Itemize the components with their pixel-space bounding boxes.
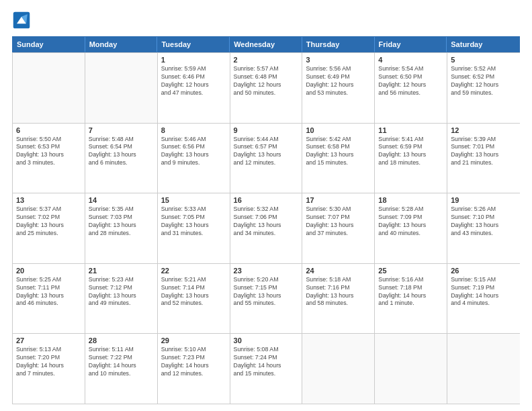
cell-info: Sunrise: 5:44 AM Sunset: 6:57 PM Dayligh… xyxy=(234,136,299,168)
cell-info: Sunrise: 5:21 AM Sunset: 7:14 PM Dayligh… xyxy=(161,276,226,308)
calendar-cell-20: 20Sunrise: 5:25 AM Sunset: 7:11 PM Dayli… xyxy=(13,264,85,334)
calendar-cell-16: 16Sunrise: 5:32 AM Sunset: 7:06 PM Dayli… xyxy=(230,193,303,263)
cell-info: Sunrise: 5:42 AM Sunset: 6:58 PM Dayligh… xyxy=(306,136,371,168)
logo xyxy=(12,11,34,30)
calendar-cell-28: 28Sunrise: 5:11 AM Sunset: 7:22 PM Dayli… xyxy=(85,334,158,404)
cell-info: Sunrise: 5:30 AM Sunset: 7:07 PM Dayligh… xyxy=(306,205,371,238)
calendar-row-0: 1Sunrise: 5:59 AM Sunset: 6:46 PM Daylig… xyxy=(13,52,520,123)
cell-info: Sunrise: 5:56 AM Sunset: 6:49 PM Dayligh… xyxy=(306,65,371,97)
calendar-cell-27: 27Sunrise: 5:13 AM Sunset: 7:20 PM Dayli… xyxy=(13,334,85,404)
calendar-cell-empty-4-5 xyxy=(375,334,447,404)
calendar-cell-23: 23Sunrise: 5:20 AM Sunset: 7:15 PM Dayli… xyxy=(230,264,303,334)
calendar-body: 1Sunrise: 5:59 AM Sunset: 6:46 PM Daylig… xyxy=(12,52,520,404)
cell-day-number: 14 xyxy=(89,196,154,204)
cell-day-number: 26 xyxy=(451,267,517,275)
calendar-cell-5: 5Sunrise: 5:52 AM Sunset: 6:52 PM Daylig… xyxy=(447,53,520,123)
cell-day-number: 8 xyxy=(161,126,226,134)
cell-day-number: 22 xyxy=(161,267,226,275)
calendar-cell-13: 13Sunrise: 5:37 AM Sunset: 7:02 PM Dayli… xyxy=(13,193,85,263)
cell-info: Sunrise: 5:28 AM Sunset: 7:09 PM Dayligh… xyxy=(378,205,443,238)
calendar-row-3: 20Sunrise: 5:25 AM Sunset: 7:11 PM Dayli… xyxy=(13,263,520,334)
calendar-cell-26: 26Sunrise: 5:15 AM Sunset: 7:19 PM Dayli… xyxy=(447,264,520,334)
weekday-header-friday: Friday xyxy=(375,37,447,52)
weekday-header-sunday: Sunday xyxy=(13,37,85,52)
calendar-cell-25: 25Sunrise: 5:16 AM Sunset: 7:18 PM Dayli… xyxy=(375,264,447,334)
weekday-header-wednesday: Wednesday xyxy=(230,37,302,52)
cell-day-number: 12 xyxy=(451,126,517,134)
cell-info: Sunrise: 5:18 AM Sunset: 7:16 PM Dayligh… xyxy=(306,276,371,308)
weekday-header-saturday: Saturday xyxy=(447,37,519,52)
cell-info: Sunrise: 5:15 AM Sunset: 7:19 PM Dayligh… xyxy=(451,276,517,308)
calendar-cell-empty-0-0 xyxy=(13,53,85,123)
calendar-cell-4: 4Sunrise: 5:54 AM Sunset: 6:50 PM Daylig… xyxy=(375,53,447,123)
cell-info: Sunrise: 5:23 AM Sunset: 7:12 PM Dayligh… xyxy=(89,276,154,308)
cell-info: Sunrise: 5:16 AM Sunset: 7:18 PM Dayligh… xyxy=(378,276,443,308)
calendar-cell-14: 14Sunrise: 5:35 AM Sunset: 7:03 PM Dayli… xyxy=(85,193,158,263)
calendar-cell-19: 19Sunrise: 5:26 AM Sunset: 7:10 PM Dayli… xyxy=(447,193,520,263)
weekday-header-thursday: Thursday xyxy=(302,37,375,52)
calendar-cell-7: 7Sunrise: 5:48 AM Sunset: 6:54 PM Daylig… xyxy=(85,124,158,193)
cell-day-number: 6 xyxy=(16,126,81,134)
logo-icon xyxy=(12,11,31,30)
cell-day-number: 4 xyxy=(378,56,443,64)
calendar-row-2: 13Sunrise: 5:37 AM Sunset: 7:02 PM Dayli… xyxy=(13,193,520,263)
calendar-cell-10: 10Sunrise: 5:42 AM Sunset: 6:58 PM Dayli… xyxy=(302,124,375,193)
cell-day-number: 20 xyxy=(16,267,81,275)
cell-day-number: 11 xyxy=(378,126,443,134)
cell-info: Sunrise: 5:48 AM Sunset: 6:54 PM Dayligh… xyxy=(89,136,154,168)
cell-info: Sunrise: 5:08 AM Sunset: 7:24 PM Dayligh… xyxy=(234,346,299,378)
cell-info: Sunrise: 5:52 AM Sunset: 6:52 PM Dayligh… xyxy=(451,65,517,97)
calendar-cell-9: 9Sunrise: 5:44 AM Sunset: 6:57 PM Daylig… xyxy=(230,124,303,193)
calendar-cell-1: 1Sunrise: 5:59 AM Sunset: 6:46 PM Daylig… xyxy=(158,53,230,123)
calendar-row-1: 6Sunrise: 5:50 AM Sunset: 6:53 PM Daylig… xyxy=(13,123,520,193)
cell-info: Sunrise: 5:41 AM Sunset: 6:59 PM Dayligh… xyxy=(378,136,443,168)
calendar-cell-30: 30Sunrise: 5:08 AM Sunset: 7:24 PM Dayli… xyxy=(230,334,303,404)
cell-day-number: 29 xyxy=(161,336,226,345)
calendar-cell-6: 6Sunrise: 5:50 AM Sunset: 6:53 PM Daylig… xyxy=(13,124,85,193)
cell-info: Sunrise: 5:50 AM Sunset: 6:53 PM Dayligh… xyxy=(16,136,81,168)
calendar-cell-empty-0-1 xyxy=(85,53,158,123)
cell-info: Sunrise: 5:46 AM Sunset: 6:56 PM Dayligh… xyxy=(161,136,226,168)
cell-day-number: 25 xyxy=(378,267,443,275)
calendar-cell-22: 22Sunrise: 5:21 AM Sunset: 7:14 PM Dayli… xyxy=(158,264,230,334)
calendar-row-4: 27Sunrise: 5:13 AM Sunset: 7:20 PM Dayli… xyxy=(13,333,520,404)
page: SundayMondayTuesdayWednesdayThursdayFrid… xyxy=(0,0,532,411)
calendar: SundayMondayTuesdayWednesdayThursdayFrid… xyxy=(12,36,520,404)
calendar-cell-empty-4-6 xyxy=(447,334,520,404)
weekday-header-tuesday: Tuesday xyxy=(157,37,230,52)
cell-day-number: 9 xyxy=(234,126,299,134)
calendar-cell-8: 8Sunrise: 5:46 AM Sunset: 6:56 PM Daylig… xyxy=(158,124,230,193)
cell-info: Sunrise: 5:26 AM Sunset: 7:10 PM Dayligh… xyxy=(451,205,517,238)
cell-info: Sunrise: 5:20 AM Sunset: 7:15 PM Dayligh… xyxy=(234,276,299,308)
cell-day-number: 5 xyxy=(451,56,517,64)
cell-day-number: 23 xyxy=(234,267,299,275)
cell-info: Sunrise: 5:39 AM Sunset: 7:01 PM Dayligh… xyxy=(451,136,517,168)
cell-day-number: 30 xyxy=(234,336,299,345)
weekday-header-monday: Monday xyxy=(85,37,158,52)
cell-day-number: 7 xyxy=(89,126,154,134)
cell-day-number: 18 xyxy=(378,196,443,204)
calendar-cell-24: 24Sunrise: 5:18 AM Sunset: 7:16 PM Dayli… xyxy=(302,264,375,334)
cell-day-number: 27 xyxy=(16,336,81,345)
cell-day-number: 17 xyxy=(306,196,371,204)
cell-info: Sunrise: 5:13 AM Sunset: 7:20 PM Dayligh… xyxy=(16,346,81,378)
calendar-cell-17: 17Sunrise: 5:30 AM Sunset: 7:07 PM Dayli… xyxy=(302,193,375,263)
header xyxy=(12,11,520,30)
calendar-header: SundayMondayTuesdayWednesdayThursdayFrid… xyxy=(12,36,520,52)
calendar-cell-11: 11Sunrise: 5:41 AM Sunset: 6:59 PM Dayli… xyxy=(375,124,447,193)
calendar-cell-12: 12Sunrise: 5:39 AM Sunset: 7:01 PM Dayli… xyxy=(447,124,520,193)
cell-info: Sunrise: 5:11 AM Sunset: 7:22 PM Dayligh… xyxy=(89,346,154,378)
cell-info: Sunrise: 5:59 AM Sunset: 6:46 PM Dayligh… xyxy=(161,65,226,97)
cell-info: Sunrise: 5:57 AM Sunset: 6:48 PM Dayligh… xyxy=(234,65,299,97)
cell-day-number: 21 xyxy=(89,267,154,275)
cell-day-number: 19 xyxy=(451,196,517,204)
cell-day-number: 28 xyxy=(89,336,154,345)
calendar-cell-15: 15Sunrise: 5:33 AM Sunset: 7:05 PM Dayli… xyxy=(158,193,230,263)
calendar-cell-18: 18Sunrise: 5:28 AM Sunset: 7:09 PM Dayli… xyxy=(375,193,447,263)
cell-info: Sunrise: 5:35 AM Sunset: 7:03 PM Dayligh… xyxy=(89,205,154,238)
calendar-cell-21: 21Sunrise: 5:23 AM Sunset: 7:12 PM Dayli… xyxy=(85,264,158,334)
cell-day-number: 15 xyxy=(161,196,226,204)
cell-info: Sunrise: 5:25 AM Sunset: 7:11 PM Dayligh… xyxy=(16,276,81,308)
cell-day-number: 3 xyxy=(306,56,371,64)
cell-day-number: 13 xyxy=(16,196,81,204)
